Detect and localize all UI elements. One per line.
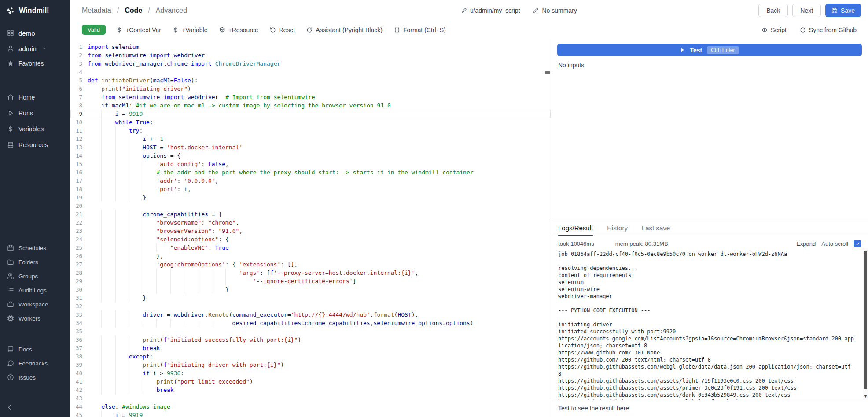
code-line[interactable]: 1import selenium <box>70 43 551 51</box>
code-line[interactable]: 22"browserName": "chrome", <box>70 218 551 227</box>
code-line[interactable]: 23"browserVersion": "91.0", <box>70 227 551 235</box>
code-line[interactable]: 17'addr': '0.0.0.0', <box>70 177 551 185</box>
sidebar-item-folders[interactable]: Folders <box>0 255 70 269</box>
editor-scrollbar[interactable] <box>544 39 551 417</box>
sidebar-item-runs[interactable]: Runs <box>0 105 70 121</box>
tab-metadata[interactable]: Metadata <box>82 7 111 15</box>
code-line[interactable]: 38except: <box>70 352 551 361</box>
sidebar-item-workspace[interactable]: Workspace <box>0 297 70 311</box>
sidebar-item-resources[interactable]: Resources <box>0 137 70 153</box>
sidebar-item-favorites[interactable]: Favorites <box>0 56 70 71</box>
log-scrollbar-thumb[interactable] <box>864 251 867 389</box>
toolbar-button-sync-from-github[interactable]: Sync from Github <box>798 24 858 36</box>
toolbar-button-label: +Variable <box>182 26 208 33</box>
code-line[interactable]: 12i += 1 <box>70 135 551 143</box>
user-menu[interactable]: admin <box>0 41 70 56</box>
sidebar-item-variables[interactable]: Variables <box>0 121 70 137</box>
sidebar-item-workers[interactable]: Workers <box>0 311 70 325</box>
code-line[interactable]: 8if macM1: #if we are on mac m1 -> custo… <box>70 101 551 110</box>
next-button[interactable]: Next <box>792 4 821 17</box>
toolbar-button-resource[interactable]: +Resource <box>215 24 263 36</box>
code-line[interactable]: 19} <box>70 193 551 202</box>
code-line[interactable]: 18'port': i, <box>70 185 551 193</box>
code-line[interactable]: 5def initiateDriver(macM1=False): <box>70 76 551 85</box>
code-editor-pane: 1import selenium2from seleniumwire impor… <box>70 39 551 417</box>
code-line[interactable]: 30} <box>70 285 551 294</box>
code-line[interactable]: 2from seleniumwire import webdriver <box>70 51 551 59</box>
sidebar-item-docs[interactable]: Docs <box>0 342 70 356</box>
code-line[interactable]: 31} <box>70 294 551 302</box>
sidebar-item-audit-logs[interactable]: Audit Logs <box>0 283 70 297</box>
code-line[interactable]: 35 <box>70 327 551 336</box>
code-line[interactable]: 43 <box>70 394 551 402</box>
tab-advanced[interactable]: Advanced <box>156 7 187 15</box>
code-line[interactable]: 45i = 9919 <box>70 411 551 417</box>
toolbar-button-format-ctrl-s[interactable]: Format (Ctrl+S) <box>390 24 450 36</box>
toolbar-button-variable[interactable]: +Variable <box>168 24 212 36</box>
sidebar-collapse-button[interactable] <box>0 398 70 417</box>
expand-button[interactable]: Expand <box>796 240 816 247</box>
toolbar-button-script[interactable]: Script <box>760 24 788 36</box>
back-button[interactable]: Back <box>758 4 788 17</box>
code-line[interactable]: 28'args': [f'--proxy-server=host.docker.… <box>70 269 551 277</box>
sidebar-item-issues[interactable]: Issues <box>0 370 70 384</box>
script-path[interactable]: u/admin/my_script <box>461 7 520 14</box>
scrollbar-down-arrow[interactable]: ▼ <box>863 395 868 399</box>
panel-tab-last-save[interactable]: Last save <box>642 220 670 236</box>
sidebar-item-schedules[interactable]: Schedules <box>0 241 70 255</box>
log-panel[interactable]: job 01864aff-22dd-cf40-f0c5-0ec8e9b50c70… <box>551 248 868 400</box>
log-scrollbar[interactable]: ▼ <box>863 248 868 400</box>
code-line[interactable]: 40if i > 9930: <box>70 369 551 377</box>
sidebar-item-home[interactable]: Home <box>0 89 70 105</box>
toolbar-button-reset[interactable]: Reset <box>265 24 300 36</box>
autoscroll-checkbox[interactable] <box>854 240 861 247</box>
code-line[interactable]: 33driver = webdriver.Remote(command_exec… <box>70 310 551 319</box>
code-line[interactable]: 21chrome_capabilities = { <box>70 210 551 218</box>
code-line-content: if i > 9930: <box>88 369 551 377</box>
code-line[interactable]: 14options = { <box>70 151 551 160</box>
panel-tab-logs-result[interactable]: Logs/Result <box>558 220 593 236</box>
tab-code[interactable]: Code <box>125 7 142 15</box>
test-button[interactable]: Test Ctrl+Enter <box>557 44 862 56</box>
code-line[interactable]: 13HOST = 'host.docker.internal' <box>70 143 551 151</box>
workspace-switcher[interactable]: demo <box>0 25 70 41</box>
code-line[interactable]: 24"selenoid:options": { <box>70 235 551 244</box>
code-line[interactable]: 4 <box>70 68 551 76</box>
code-line[interactable]: 11try: <box>70 126 551 135</box>
code-line[interactable]: 27'goog:chromeOptions': { 'extensions': … <box>70 260 551 269</box>
code-line[interactable]: 37break <box>70 344 551 352</box>
code-line[interactable]: 9i = 9919 <box>70 110 551 118</box>
logo-text: Windmill <box>19 7 49 15</box>
panel-tab-history[interactable]: History <box>607 220 628 236</box>
code-line[interactable]: 20 <box>70 202 551 210</box>
code-line[interactable]: 25"enableVNC": True <box>70 244 551 252</box>
code-editor[interactable]: 1import selenium2from seleniumwire impor… <box>70 39 551 417</box>
code-line[interactable]: 42break <box>70 386 551 394</box>
code-line[interactable]: 34desired_capabilities=chrome_capabiliti… <box>70 319 551 327</box>
code-line[interactable]: 10while True: <box>70 118 551 126</box>
code-line[interactable]: 6print("initiating driver") <box>70 85 551 93</box>
windmill-logo[interactable]: Windmill <box>0 0 70 21</box>
code-line[interactable]: 15'auto_config': False, <box>70 160 551 168</box>
code-line[interactable]: 7from seleniumwire import webdriver # Im… <box>70 93 551 101</box>
save-label: Save <box>841 7 855 14</box>
toolbar-button-label: Script <box>771 26 787 33</box>
sidebar-item-groups[interactable]: Groups <box>0 269 70 283</box>
code-line[interactable]: 36print(f"initiated successfully with po… <box>70 336 551 344</box>
toolbar-button-assistant-pyright-black[interactable]: Assistant (Pyright Black) <box>302 24 387 36</box>
code-line[interactable]: 44else: #windows image <box>70 402 551 411</box>
save-button[interactable]: Save <box>825 4 861 17</box>
code-line[interactable]: 3from webdriver_manager.chrome import Ch… <box>70 59 551 68</box>
code-line[interactable]: 16# the addr and the port where the prox… <box>70 168 551 177</box>
toolbar-button-context-var[interactable]: +Context Var <box>112 24 166 36</box>
code-line[interactable]: 29'--ignore-certificate-errors'] <box>70 277 551 285</box>
run-panel: Test Ctrl+Enter No inputs Logs/ResultHis… <box>551 39 868 417</box>
script-summary[interactable]: No summary <box>533 7 577 14</box>
line-number: 4 <box>70 68 88 76</box>
code-line[interactable]: 32 <box>70 302 551 310</box>
code-line[interactable]: 39print(f"initiating driver with port:{i… <box>70 361 551 369</box>
sidebar-item-feedbacks[interactable]: Feedbacks <box>0 356 70 370</box>
code-line[interactable]: 41print("port limit exceeded") <box>70 377 551 386</box>
code-line[interactable]: 26}, <box>70 252 551 260</box>
log-line: https://github.githubassets.com/assets/p… <box>558 384 855 391</box>
